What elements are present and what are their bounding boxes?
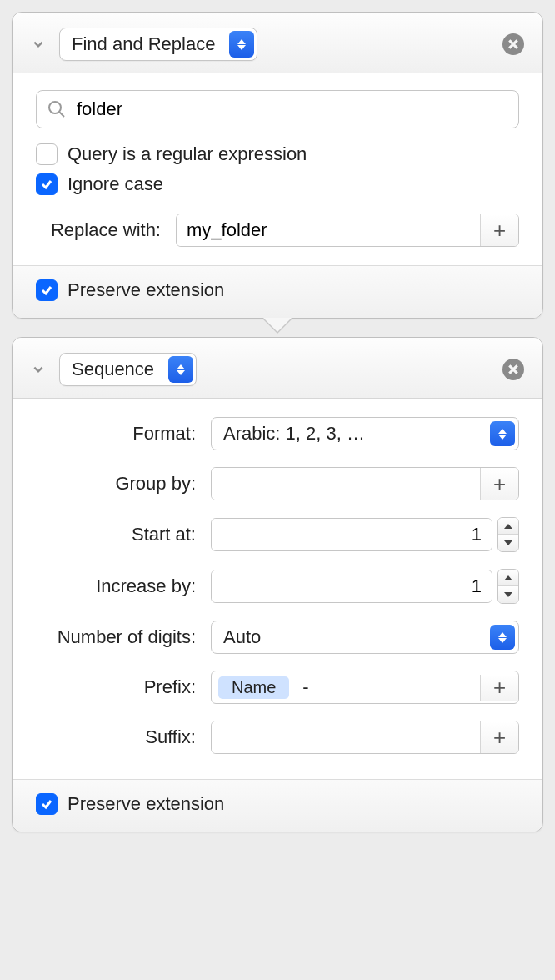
digits-value: Auto [223,626,261,647]
stepper-up-icon[interactable] [498,570,518,586]
prefix-token[interactable]: Name [218,676,289,699]
panel-footer: Preserve extension [12,779,542,832]
find-replace-panel: Find and Replace Query is a regular expr… [12,12,543,319]
updown-icon [168,356,193,383]
regex-checkbox[interactable] [36,143,58,165]
start-stepper[interactable] [498,517,519,552]
mode-select[interactable]: Sequence [59,353,197,386]
panel-body: Query is a regular expression Ignore cas… [12,73,542,265]
preserve-ext-checkbox[interactable] [36,793,58,815]
preserve-ext-row: Preserve extension [36,279,519,301]
preserve-ext-checkbox[interactable] [36,279,58,301]
panel-body: Format: Arabic: 1, 2, 3, … Group by: + S… [12,399,542,779]
stepper-down-icon[interactable] [498,535,518,551]
svg-point-0 [49,102,61,113]
increase-row: Increase by: [36,569,519,604]
ignore-case-label: Ignore case [68,173,163,195]
close-button[interactable] [502,359,524,380]
group-input[interactable] [212,468,480,500]
close-button[interactable] [502,33,524,55]
increase-input[interactable] [212,570,492,602]
format-select[interactable]: Arabic: 1, 2, 3, … [211,417,519,450]
regex-row: Query is a regular expression [36,143,519,165]
panel-connector [12,319,543,340]
preserve-ext-row: Preserve extension [36,793,519,815]
panel-header: Sequence [12,338,542,399]
preserve-ext-label: Preserve extension [68,279,224,301]
start-row: Start at: [36,517,519,552]
search-input[interactable] [75,98,508,121]
regex-label: Query is a regular expression [68,143,307,165]
replace-add-button[interactable]: + [480,214,518,246]
start-input[interactable] [212,519,492,550]
group-label: Group by: [36,473,211,495]
stepper-up-icon[interactable] [498,518,518,535]
prefix-input-combo[interactable]: Name - + [211,671,519,704]
mode-select-label: Find and Replace [72,33,215,55]
suffix-input-combo: + [211,721,519,754]
suffix-add-button[interactable]: + [480,721,518,753]
ignore-case-checkbox[interactable] [36,173,58,195]
digits-row: Number of digits: Auto [36,621,519,654]
search-input-wrap [36,90,519,128]
ignore-case-row: Ignore case [36,173,519,195]
format-value: Arabic: 1, 2, 3, … [223,423,365,444]
suffix-row: Suffix: + [36,721,519,754]
disclosure-toggle[interactable] [31,37,46,52]
search-icon [47,99,67,119]
prefix-label: Prefix: [36,676,211,698]
stepper-down-icon[interactable] [498,586,518,603]
replace-row: Replace with: + [36,214,519,247]
updown-icon [229,31,254,58]
mode-select[interactable]: Find and Replace [59,28,258,61]
increase-input-combo [211,570,492,603]
prefix-rest: - [296,671,480,703]
preserve-ext-label: Preserve extension [68,793,224,815]
svg-line-1 [59,112,64,117]
prefix-add-button[interactable]: + [480,675,518,701]
mode-select-label: Sequence [72,359,154,380]
digits-label: Number of digits: [36,626,211,648]
disclosure-toggle[interactable] [31,362,46,377]
increase-stepper[interactable] [498,569,519,604]
prefix-row: Prefix: Name - + [36,671,519,704]
digits-select[interactable]: Auto [211,621,519,654]
suffix-input[interactable] [212,721,480,753]
updown-icon [490,421,515,446]
sequence-panel: Sequence Format: Arabic: 1, 2, 3, … Grou… [12,337,543,832]
start-label: Start at: [36,524,211,545]
format-row: Format: Arabic: 1, 2, 3, … [36,417,519,450]
group-row: Group by: + [36,467,519,500]
format-label: Format: [36,423,211,445]
panel-header: Find and Replace [12,13,542,73]
replace-input-combo: + [176,214,519,247]
updown-icon [490,625,515,650]
replace-input[interactable] [177,214,480,246]
panel-footer: Preserve extension [12,265,542,318]
suffix-label: Suffix: [36,726,211,748]
replace-label: Replace with: [36,219,176,241]
group-add-button[interactable]: + [480,468,518,500]
group-input-combo: + [211,467,519,500]
start-input-combo [211,518,492,551]
increase-label: Increase by: [36,575,211,597]
